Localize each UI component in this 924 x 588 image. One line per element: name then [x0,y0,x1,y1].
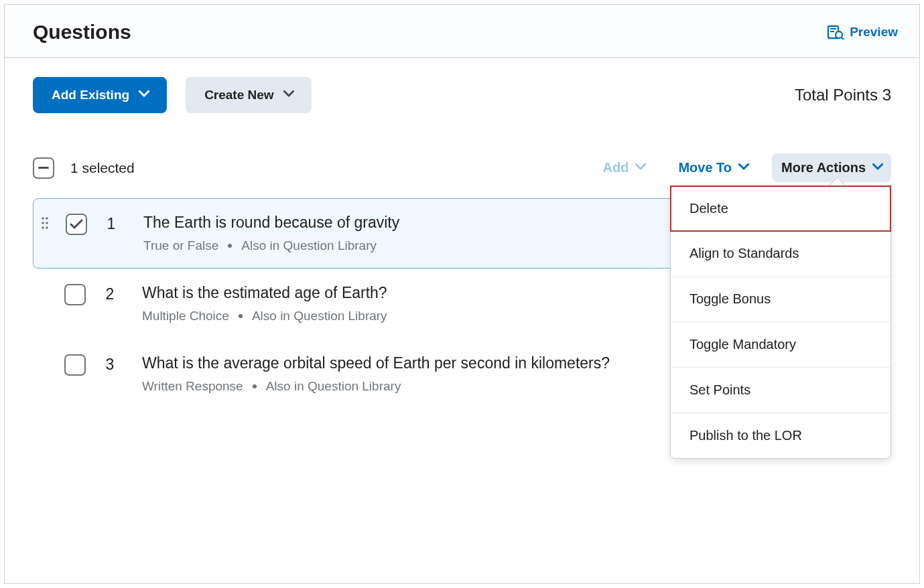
chevron-down-icon [872,163,882,173]
move-to-action[interactable]: Move To [669,153,757,182]
question-number: 2 [101,284,119,303]
add-label: Add [603,160,629,175]
question-checkbox[interactable] [64,284,86,305]
chevron-down-icon [738,163,748,173]
bullet-icon [228,244,232,248]
add-existing-label: Add Existing [52,88,129,102]
question-checkbox[interactable] [66,214,87,235]
chevron-down-icon [635,163,645,173]
toolbar-left: Add Existing Create New [33,77,312,113]
svg-point-7 [42,222,44,224]
question-library-label: Also in Question Library [241,238,377,253]
more-actions-action[interactable]: More Actions [772,153,891,182]
preview-icon [827,25,844,40]
preview-label: Preview [850,25,898,40]
move-to-label: Move To [678,160,732,175]
select-all-checkbox[interactable] [33,157,54,179]
svg-point-8 [46,222,48,224]
question-library-label: Also in Question Library [252,309,387,323]
more-actions-menu-item[interactable]: Publish to the LOR [671,413,890,458]
create-new-label: Create New [204,88,274,102]
content-area: 1 selected Add Move To More Actions [5,121,919,409]
svg-line-4 [842,38,844,40]
more-actions-label: More Actions [781,160,866,175]
selection-left: 1 selected [33,157,135,179]
question-number: 1 [102,214,121,233]
more-actions-menu-item[interactable]: Toggle Bonus [671,277,890,322]
chevron-down-icon [139,90,148,100]
question-type: True or False [143,238,218,253]
question-number: 3 [101,354,119,374]
selection-right: Add Move To More Actions [594,153,891,182]
chevron-down-icon [283,90,293,100]
panel-title: Questions [33,21,131,44]
more-actions-menu-item[interactable]: Set Points [671,368,890,413]
toolbar: Add Existing Create New Total Points 3 [5,58,919,121]
svg-point-6 [46,217,48,220]
question-checkbox[interactable] [64,354,86,376]
create-new-button[interactable]: Create New [186,77,312,113]
indeterminate-icon [38,167,49,169]
panel-header: Questions Preview [5,5,919,58]
total-points: Total Points 3 [795,86,891,104]
bullet-icon [239,314,243,318]
more-actions-menu-item[interactable]: Toggle Mandatory [671,322,890,368]
add-action[interactable]: Add [594,153,655,182]
more-actions-menu-item[interactable]: Delete [670,186,891,232]
svg-point-5 [42,217,44,220]
question-type: Multiple Choice [142,309,229,323]
question-type: Written Response [142,379,243,394]
more-actions-menu-item[interactable]: Align to Standards [671,231,890,277]
bullet-icon [253,384,257,388]
more-actions-menu: DeleteAlign to StandardsToggle BonusTogg… [670,186,891,459]
question-library-label: Also in Question Library [266,379,401,394]
questions-panel: Questions Preview Add Existing [4,4,920,584]
svg-point-10 [46,226,48,229]
preview-link[interactable]: Preview [827,25,898,40]
svg-point-9 [42,226,44,229]
selected-count: 1 selected [70,160,135,176]
drag-handle-icon[interactable] [39,214,51,230]
selection-toolbar: 1 selected Add Move To More Actions [33,153,891,182]
add-existing-button[interactable]: Add Existing [33,77,167,113]
